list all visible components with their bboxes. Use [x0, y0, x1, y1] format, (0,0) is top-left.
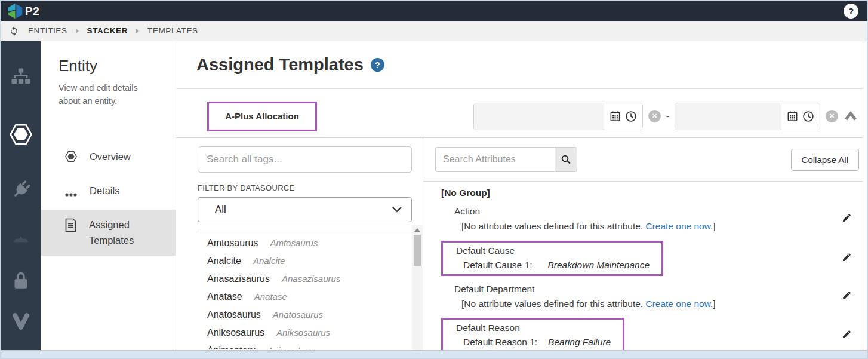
- attribute-content: Action [No attribute values defined for …: [441, 206, 716, 232]
- attribute-value-line: Default Cause 1:Breakdown Maintenance: [449, 260, 650, 271]
- security-lock-icon[interactable]: [10, 269, 32, 294]
- p2-logo: P2: [7, 3, 39, 19]
- attribute-name: Default Department: [441, 284, 716, 294]
- attribute-name: Default Cause: [449, 246, 650, 256]
- collapse-chevron-up-icon[interactable]: [844, 111, 858, 122]
- breadcrumb-stacker[interactable]: STACKER: [87, 26, 128, 35]
- annotation-box-default-cause: Default Cause Default Cause 1:Breakdown …: [441, 241, 663, 276]
- start-date-group: [473, 103, 643, 130]
- date-range-separator: -: [666, 111, 669, 121]
- attribute-row-action: Action [No attribute values defined for …: [441, 206, 854, 232]
- calendar-icon[interactable]: [787, 111, 798, 122]
- search-attributes-input[interactable]: [435, 147, 555, 172]
- group-label: [No Group]: [441, 188, 854, 198]
- scroll-up-arrow[interactable]: [414, 228, 420, 232]
- calendar-icon[interactable]: [610, 111, 621, 122]
- tag-list-scrollbar[interactable]: [412, 225, 423, 350]
- attribute-name: Action: [441, 206, 716, 217]
- collapse-all-button[interactable]: Collapse All: [791, 149, 859, 171]
- attribute-value-line: Default Reason 1:Bearing Failure: [449, 337, 611, 348]
- marker-v-icon[interactable]: [11, 311, 31, 334]
- entity-panel-title: Entity: [59, 57, 161, 75]
- tag-row[interactable]: AmtosaurusAmtosaurus: [198, 234, 412, 252]
- attribute-empty-line: [No attribute values defined for this at…: [441, 299, 716, 309]
- template-tab[interactable]: A-Plus Allocation: [225, 111, 299, 121]
- attributes-header: Collapse All: [423, 138, 863, 182]
- attribute-row-default-cause: Default Cause Default Cause 1:Breakdown …: [441, 241, 854, 276]
- connections-plug-icon[interactable]: [10, 179, 32, 204]
- clear-end-date-icon[interactable]: ✕: [826, 110, 838, 122]
- help-icon[interactable]: ?: [844, 4, 858, 19]
- clear-start-date-icon[interactable]: ✕: [648, 110, 661, 122]
- chevron-right-icon: [136, 29, 139, 33]
- menu-item-assigned-templates[interactable]: Assigned Templates: [41, 210, 176, 256]
- value-label: Default Reason 1:: [463, 337, 537, 347]
- menu-item-overview[interactable]: Overview: [41, 142, 176, 176]
- p2-logo-cube-icon: [7, 3, 23, 19]
- tag-list: AmtosaurusAmtosaurus AnalciteAnalcite An…: [198, 231, 412, 349]
- edit-pencil-icon[interactable]: [842, 290, 852, 303]
- create-one-now-link[interactable]: Create one now: [645, 299, 710, 309]
- search-button[interactable]: [555, 147, 577, 172]
- clock-icon[interactable]: [802, 111, 814, 122]
- create-one-now-link[interactable]: Create one now: [645, 221, 710, 231]
- end-date-input[interactable]: [675, 103, 781, 130]
- tag-description: Anatase: [254, 292, 287, 302]
- entity-panel-description: View and edit details about an entity.: [59, 81, 161, 108]
- start-date-input[interactable]: [474, 103, 604, 130]
- entity-hexagon-icon[interactable]: [8, 122, 34, 149]
- tag-row[interactable]: AniksosaurusAniksosaurus: [198, 324, 412, 342]
- sidebar-rail: [1, 41, 41, 350]
- annotation-box-default-reason: Default Reason Default Reason 1:Bearing …: [441, 318, 624, 350]
- bottom-strip: [1, 350, 867, 358]
- tag-row[interactable]: AnasazisaurusAnasazisaurus: [198, 270, 412, 288]
- menu-item-details[interactable]: Details: [41, 176, 176, 210]
- tag-description: Anatosaurus: [273, 309, 323, 320]
- entity-menu: Overview Details: [41, 142, 176, 256]
- clock-icon[interactable]: [625, 111, 637, 122]
- toolbar-row: A-Plus Allocation: [176, 89, 863, 138]
- edit-pencil-icon[interactable]: [842, 329, 852, 342]
- datasource-select[interactable]: All: [198, 197, 412, 222]
- page-help-icon[interactable]: ?: [371, 58, 384, 72]
- attribute-row-default-department: Default Department [No attribute values …: [441, 284, 854, 309]
- tag-description: Aniksosaurus: [276, 327, 330, 337]
- attribute-row-default-reason: Default Reason Default Reason 1:Bearing …: [441, 318, 854, 350]
- scrollbar-thumb[interactable]: [414, 235, 421, 266]
- tag-name: Amtosaurus: [207, 238, 258, 248]
- page-title-row: Assigned Templates ?: [176, 41, 863, 89]
- refresh-icon[interactable]: [8, 25, 20, 36]
- tag-description: Anasazisaurus: [282, 274, 340, 284]
- page-title: Assigned Templates: [196, 55, 364, 75]
- p2-logo-text: P2: [25, 5, 39, 18]
- tag-name: Aniksosaurus: [207, 327, 264, 337]
- tag-row[interactable]: AnatosaurusAnatosaurus: [198, 306, 412, 324]
- end-date-group: [675, 103, 820, 130]
- breadcrumb-entities[interactable]: ENTITIES: [28, 26, 67, 35]
- tag-name: Anatase: [207, 292, 242, 302]
- empty-text-suffix: .]: [710, 299, 716, 309]
- attributes-panel: Collapse All [No Group] Action [No attri…: [423, 138, 863, 350]
- search-tags-input[interactable]: [198, 146, 412, 173]
- breadcrumb-templates[interactable]: TEMPLATES: [147, 26, 198, 35]
- tag-row[interactable]: AnalciteAnalcite: [198, 252, 412, 270]
- chevron-down-icon: [392, 207, 402, 213]
- tag-name: Anatosaurus: [207, 309, 261, 320]
- date-range-filter: ✕ -: [473, 103, 858, 130]
- top-navbar: P2 ?: [1, 1, 867, 21]
- search-icon: [561, 154, 571, 165]
- tag-name: Analcite: [207, 256, 241, 266]
- document-icon: [64, 218, 77, 237]
- tag-row[interactable]: AnataseAnatase: [198, 288, 412, 306]
- app-window: P2 ? ENTITIES STACKER TEMPLATES: [0, 0, 868, 359]
- tags-panel: FILTER BY DATASOURCE All AmtosaurusAmtos…: [176, 138, 423, 350]
- faded-rail-icon[interactable]: [11, 234, 31, 248]
- hierarchy-icon[interactable]: [10, 66, 32, 89]
- tag-description: Animantarx: [267, 345, 313, 349]
- empty-text-suffix: .]: [710, 221, 716, 231]
- panels-row: FILTER BY DATASOURCE All AmtosaurusAmtos…: [176, 138, 863, 350]
- edit-pencil-icon[interactable]: [842, 252, 852, 265]
- datasource-selected-value: All: [215, 204, 226, 216]
- edit-pencil-icon[interactable]: [842, 213, 852, 225]
- tag-row[interactable]: AnimantarxAnimantarx: [198, 342, 412, 349]
